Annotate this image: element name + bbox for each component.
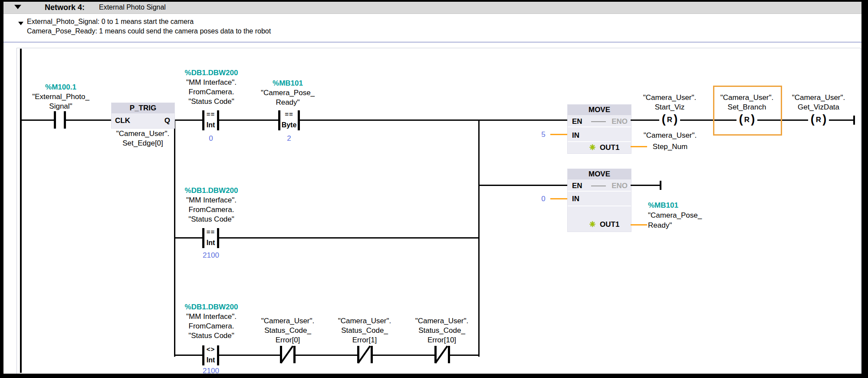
fresh-value-icon: ✳ — [589, 144, 595, 151]
no-contact-bar[interactable] — [54, 111, 56, 129]
coil-operator: R — [816, 116, 821, 124]
move-block-1[interactable]: MOVE EN ENO IN ✳ OUT1 — [567, 104, 631, 154]
address-label[interactable]: %DB1.DBW200 — [164, 186, 259, 196]
move-title: MOVE — [568, 169, 631, 179]
operand-label[interactable]: "Camera_User". Status_Code_ Error[1] — [321, 316, 408, 345]
param-connector — [631, 224, 647, 225]
fresh-value-icon: ✳ — [589, 221, 595, 228]
wire — [219, 355, 280, 356]
move-title: MOVE — [568, 105, 631, 115]
constant-value[interactable]: 5 — [538, 130, 549, 139]
network-label: Network 4: — [45, 3, 85, 12]
wire — [175, 237, 202, 239]
tia-portal-network-view: Network 4: External Photo Signal Externa… — [0, 0, 868, 378]
wire — [829, 119, 853, 121]
eno-output[interactable]: ENO — [612, 117, 628, 126]
operand-label[interactable]: "Camera_User". Start_Viz — [626, 93, 713, 112]
coil-paren: ) — [751, 113, 755, 125]
address-label[interactable]: %MB101 — [244, 79, 331, 88]
frame-border — [0, 0, 3, 378]
wire — [296, 355, 357, 356]
reset-coil-set-branch[interactable]: ( R ) — [736, 113, 757, 126]
eno-output[interactable]: ENO — [612, 182, 628, 190]
block-row-separator — [568, 126, 631, 127]
q-output[interactable]: Q — [164, 116, 170, 125]
en-input[interactable]: EN — [572, 117, 582, 126]
network-collapse-icon[interactable] — [14, 5, 21, 9]
in-input[interactable]: IN — [572, 195, 579, 203]
address-label[interactable]: %M100.1 — [17, 83, 104, 92]
cmp-datatype[interactable]: Byte — [278, 121, 300, 129]
reset-coil-start-viz[interactable]: ( R ) — [659, 113, 680, 126]
nc-contact-bar[interactable] — [293, 346, 296, 363]
wire — [300, 119, 567, 121]
operand-label[interactable]: %MB101 "Camera_Pose_ Ready" — [648, 200, 726, 230]
en-eno-dash — [591, 186, 606, 186]
wire — [219, 237, 479, 239]
wire — [22, 119, 54, 121]
out1-output[interactable]: OUT1 — [600, 143, 619, 152]
comment-collapse-icon[interactable] — [18, 22, 23, 25]
constant-value[interactable]: 2100 — [194, 251, 228, 260]
operand-label[interactable]: "Camera_User". Status_Code_ Error[10] — [398, 316, 485, 345]
out1-output[interactable]: OUT1 — [600, 220, 619, 229]
frame-border — [0, 374, 868, 378]
no-contact-bar[interactable] — [64, 111, 66, 129]
block-row-separator — [568, 141, 631, 142]
reset-coil-get-vizdata[interactable]: ( R ) — [808, 113, 829, 126]
wire — [174, 119, 202, 121]
en-input[interactable]: EN — [572, 182, 582, 190]
block-row-separator — [568, 206, 631, 206]
block-row-separator — [568, 191, 631, 192]
cmp-operator[interactable]: == — [202, 111, 219, 118]
operand-label[interactable]: %M100.1 "External_Photo_ Signal" — [17, 83, 104, 111]
nc-contact-bar[interactable] — [371, 346, 373, 363]
constant-value[interactable]: 0 — [194, 134, 228, 143]
en-eno-dash — [591, 121, 606, 122]
param-connector — [550, 198, 567, 199]
wire — [175, 355, 202, 356]
comment-line-2[interactable]: Camera_Pose_Ready: 1 means could send th… — [27, 27, 271, 35]
cmp-datatype[interactable]: Int — [202, 121, 219, 129]
wire — [373, 355, 434, 356]
cmp-operator[interactable]: == — [202, 229, 219, 235]
in-input[interactable]: IN — [572, 131, 579, 140]
clk-input[interactable]: CLK — [115, 116, 130, 125]
coil-operator: R — [667, 116, 672, 124]
move-block-2[interactable]: MOVE EN ENO IN ✳ OUT1 — [567, 169, 631, 232]
coil-paren: ) — [822, 113, 826, 125]
wire — [66, 119, 111, 121]
operand-label[interactable]: "Camera_User". Get_VizData — [775, 93, 862, 112]
comment-separator — [3, 42, 861, 43]
comment-line-1[interactable]: External_Photo_Signal: 0 to 1 means star… — [27, 18, 194, 26]
cmp-datatype[interactable]: Int — [202, 356, 219, 364]
constant-value[interactable]: 2 — [272, 134, 306, 143]
rung-end-marker — [853, 116, 855, 125]
operand-label[interactable]: %DB1.DBW200 "MM Interface". FromCamera. … — [164, 186, 259, 224]
operand-label[interactable]: %MB101 "Camera_Pose_ Ready" — [244, 79, 331, 107]
wire — [631, 119, 659, 121]
wire — [219, 119, 278, 121]
address-label[interactable]: %DB1.DBW200 — [164, 68, 259, 78]
constant-value[interactable]: 0 — [538, 195, 549, 203]
coil-paren: ) — [674, 113, 677, 125]
address-label[interactable]: %MB101 — [648, 200, 726, 210]
operand-label[interactable]: "Camera_User". Step_Num — [635, 130, 706, 153]
param-connector — [550, 134, 567, 135]
wire — [450, 355, 480, 356]
coil-paren: ( — [662, 113, 666, 125]
coil-paren: ( — [739, 113, 743, 125]
cmp-operator[interactable]: <> — [202, 346, 219, 353]
cmp-operator[interactable]: == — [278, 111, 300, 118]
wire — [480, 185, 567, 186]
cmp-datatype[interactable]: Int — [202, 239, 219, 247]
p-trig-block[interactable]: P_TRIG CLK Q — [111, 103, 175, 129]
frame-border — [861, 0, 868, 378]
operand-label[interactable]: "Camera_User". Status_Code_ Error[0] — [244, 316, 331, 345]
coil-operator: R — [744, 116, 750, 124]
nc-contact-bar[interactable] — [448, 346, 450, 363]
wire — [631, 185, 660, 186]
address-label[interactable]: %DB1.DBW200 — [164, 302, 259, 312]
p-trig-instance-label[interactable]: "Camera_User". Set_Edge[0] — [99, 129, 186, 148]
network-title[interactable]: External Photo Signal — [99, 3, 166, 11]
